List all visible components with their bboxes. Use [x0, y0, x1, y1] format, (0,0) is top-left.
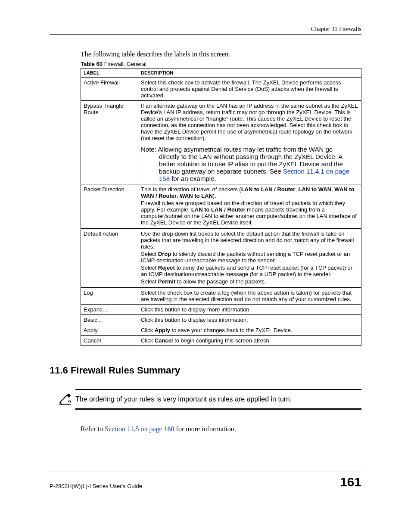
t: LAN to WAN	[299, 186, 332, 193]
t: to save your changes back to the ZyXEL D…	[170, 327, 293, 333]
row-label: Packet Direction	[81, 184, 138, 229]
da-p4: Select Permit to allow the passage of th…	[141, 278, 358, 285]
table-row: Packet Direction This is the direction o…	[81, 184, 361, 229]
da-p2: Select Drop to silently discard the pack…	[141, 251, 358, 264]
row-desc: Click Cancel to begin configuring this s…	[138, 336, 361, 346]
note-text: The ordering of your rules is very impor…	[75, 389, 361, 410]
page-number: 161	[340, 475, 361, 489]
row-desc: Use the drop-down list boxes to select t…	[138, 229, 361, 288]
t: Select	[141, 264, 158, 271]
row-label: Active Firewall	[81, 78, 138, 101]
t: Permit	[158, 278, 175, 285]
bypass-desc: If an alternate gateway on the LAN has a…	[141, 103, 358, 141]
row-label: Bypass Triangle Route	[81, 101, 138, 184]
t: to silently discard the packets without …	[141, 251, 350, 264]
table-row: Active Firewall Select this check box to…	[81, 78, 361, 101]
t: Cancel	[155, 337, 173, 344]
intro-text: The following table describes the labels…	[81, 50, 361, 58]
table-row: Default Action Use the drop-down list bo…	[81, 229, 361, 288]
row-desc: If an alternate gateway on the LAN has a…	[138, 101, 361, 184]
t: LAN to LAN / Router	[191, 206, 246, 213]
row-desc: Click this button to display more inform…	[138, 305, 361, 315]
note-tail: for an example.	[170, 175, 216, 182]
footer: P-2802H(W)(L)-I Series User's Guide 161	[50, 472, 361, 489]
t: WAN to LAN	[180, 193, 213, 199]
header-rule	[50, 34, 361, 35]
note-callout: The ordering of your rules is very impor…	[55, 389, 361, 410]
bypass-note: Note: Allowing asymmetrical routes may l…	[141, 146, 358, 182]
table-caption: Table 60 Firewall: General	[81, 61, 361, 67]
col-label: LABEL	[81, 68, 138, 78]
row-desc: This is the direction of travel of packe…	[138, 184, 361, 229]
row-label: Apply	[81, 325, 138, 336]
chapter-header: Chapter 11 Firewalls	[50, 26, 361, 33]
content-area: The following table describes the labels…	[81, 50, 361, 433]
footer-guide-name: P-2802H(W)(L)-I Series User's Guide	[50, 483, 142, 489]
row-desc: Click Apply to save your changes back to…	[138, 325, 361, 336]
t: ,	[295, 186, 298, 193]
col-description: DESCRIPTION	[138, 68, 361, 78]
note-body: directly to the LAN without passing thro…	[141, 153, 358, 182]
t: Apply	[155, 327, 170, 333]
table-row: Bypass Triangle Route If an alternate ga…	[81, 101, 361, 184]
row-label: Log	[81, 288, 138, 305]
table-number: Table 60	[81, 61, 103, 67]
t: to allow the passage of the packets.	[175, 278, 266, 285]
table-title: Firewall: General	[103, 61, 146, 67]
table-row: Expand... Click this button to display m…	[81, 305, 361, 315]
t: Select	[141, 278, 158, 285]
t: Drop	[158, 251, 171, 257]
table-row: Basic... Click this button to display le…	[81, 315, 361, 325]
refer-text: Refer to Section 11.5 on page 160 for mo…	[81, 425, 361, 433]
row-desc: Click this button to display less inform…	[138, 315, 361, 325]
t: to begin configuring this screen afresh.	[173, 337, 271, 344]
t: Refer to	[81, 425, 105, 432]
section-link[interactable]: Section 11.5 on page 160	[105, 425, 174, 432]
row-desc: Select the check box to create a log (wh…	[138, 288, 361, 305]
t: for more information.	[174, 425, 236, 432]
t: Click	[141, 327, 155, 333]
da-p1: Use the drop-down list boxes to select t…	[141, 230, 358, 250]
firewall-general-table: LABEL DESCRIPTION Active Firewall Select…	[81, 68, 361, 346]
page: Chapter 11 Firewalls The following table…	[0, 0, 411, 511]
row-label: Cancel	[81, 336, 138, 346]
row-label: Expand...	[81, 305, 138, 315]
t: Select	[141, 251, 158, 257]
note-icon	[55, 391, 75, 408]
da-p3: Select Reject to deny the packets and se…	[141, 264, 358, 277]
table-row: Cancel Click Cancel to begin configuring…	[81, 336, 361, 346]
t: This is the direction of travel of packe…	[141, 186, 241, 193]
pd-line2: Firewall rules are grouped based on the …	[141, 200, 358, 226]
pd-line1: This is the direction of travel of packe…	[141, 186, 358, 199]
table-row: Log Select the check box to create a log…	[81, 288, 361, 305]
row-label: Basic...	[81, 315, 138, 325]
table-row: Apply Click Apply to save your changes b…	[81, 325, 361, 336]
section-heading: 11.6 Firewall Rules Summary	[50, 365, 361, 376]
note-lead: Note: Allowing asymmetrical routes may l…	[141, 146, 333, 153]
t: LAN to LAN / Router	[241, 186, 296, 193]
table-header-row: LABEL DESCRIPTION	[81, 68, 361, 78]
row-label: Default Action	[81, 229, 138, 288]
row-desc: Select this check box to activate the fi…	[138, 78, 361, 101]
t: Reject	[158, 264, 175, 271]
t: Click	[141, 337, 155, 344]
t: ).	[213, 193, 216, 199]
